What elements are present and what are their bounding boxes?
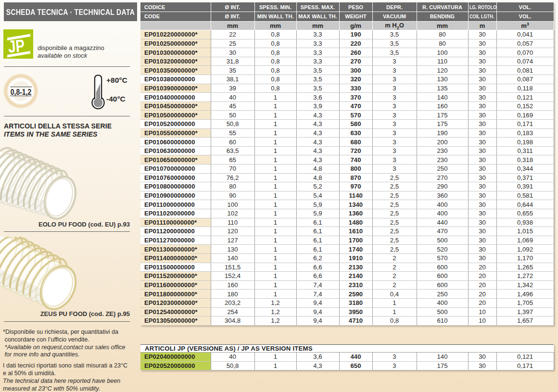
svg-text:JP: JP [7, 36, 25, 56]
svg-text:0,8-1,2: 0,8-1,2 [11, 87, 31, 96]
